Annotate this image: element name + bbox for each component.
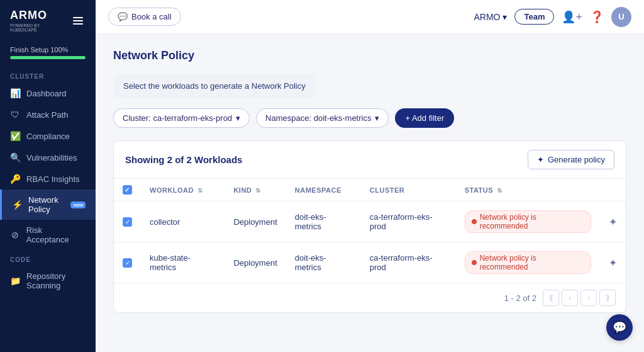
workloads-table: WORKLOAD ⇅ KIND ⇅ NAMESPACE CLUSTER: [114, 179, 626, 283]
sidebar-item-rbac-insights[interactable]: 🔑 RBAC Insights: [0, 168, 96, 190]
status-dot: [472, 260, 477, 265]
add-filter-button[interactable]: + Add filter: [395, 108, 454, 128]
sidebar-item-label: Dashboard: [26, 89, 67, 98]
row-action: ✦: [600, 202, 626, 242]
main-area: 💬 Book a call ARMO ▾ Team 👤+ ❓ U Network…: [96, 0, 644, 352]
content-area: Network Policy Select the workloads to g…: [96, 34, 644, 352]
chevron-down-icon: ▾: [236, 113, 240, 123]
table-row: kube-state-metrics Deployment doit-eks-m…: [114, 242, 626, 283]
setup-progress: [10, 56, 86, 59]
chat-button[interactable]: 💬: [606, 314, 633, 341]
row-workload: collector: [141, 202, 225, 242]
sidebar-item-label: Vulnerabilities: [26, 153, 77, 162]
th-kind: KIND ⇅: [225, 179, 286, 202]
page-nav: ⟪ ‹ › ⟫: [543, 290, 616, 306]
book-call-button[interactable]: 💬 Book a call: [108, 8, 181, 26]
sort-icon[interactable]: ⇅: [497, 187, 502, 194]
sort-icon[interactable]: ⇅: [255, 187, 261, 194]
repo-scanning-icon: 📁: [10, 276, 20, 286]
select-all-checkbox[interactable]: [123, 185, 132, 195]
cluster-section-label: CLUSTER: [0, 67, 96, 82]
last-page-button[interactable]: ⟫: [599, 290, 616, 306]
new-badge: new: [70, 202, 86, 208]
generate-policy-button[interactable]: ✦ Generate policy: [528, 150, 614, 169]
hamburger-menu[interactable]: [70, 14, 86, 27]
code-section-label: CODE: [0, 250, 96, 266]
sidebar-logo-area: ARMO POWERED BY KUBESCAPE: [0, 0, 96, 41]
add-user-icon[interactable]: 👤+: [562, 10, 582, 24]
avatar[interactable]: U: [611, 7, 631, 27]
pagination-row: 1 - 2 of 2 ⟪ ‹ › ⟫: [114, 283, 626, 312]
row-cluster: ca-terraform-eks-prod: [361, 202, 456, 242]
progress-fill: [10, 56, 86, 59]
row-action-icon[interactable]: ✦: [609, 258, 617, 268]
chevron-down-icon: ▾: [502, 12, 507, 22]
sidebar-item-attack-path[interactable]: 🛡 Attack Path: [0, 104, 96, 125]
rbac-icon: 🔑: [10, 174, 20, 184]
row-action: ✦: [600, 242, 626, 283]
table-count: Showing 2 of 2 Workloads: [125, 154, 242, 165]
network-icon: ✦: [537, 155, 544, 164]
row-kind: Deployment: [225, 242, 286, 283]
chevron-down-icon: ▾: [375, 113, 379, 123]
attack-path-icon: 🛡: [10, 110, 20, 120]
chat-icon: 💬: [118, 12, 128, 21]
row-checkbox[interactable]: [123, 258, 132, 268]
th-cluster: CLUSTER: [361, 179, 456, 202]
hint-box: Select the workloads to generate a Netwo…: [113, 74, 316, 98]
next-page-button[interactable]: ›: [580, 290, 597, 306]
workloads-table-container: Showing 2 of 2 Workloads ✦ Generate poli…: [113, 140, 626, 313]
sidebar-item-vulnerabilities[interactable]: 🔍 Vulnerabilities: [0, 147, 96, 168]
filters-row: Cluster: ca-terraform-eks-prod ▾ Namespa…: [113, 108, 626, 128]
sidebar: ARMO POWERED BY KUBESCAPE Finish Setup 1…: [0, 0, 96, 352]
first-page-button[interactable]: ⟪: [543, 290, 559, 306]
sidebar-item-risk-acceptance[interactable]: ⊘ Risk Acceptance: [0, 220, 96, 250]
page-title: Network Policy: [113, 49, 626, 62]
row-status: Network policy is recommended: [456, 242, 600, 283]
sidebar-item-repository-scanning[interactable]: 📁 Repository Scanning: [0, 266, 96, 296]
sidebar-item-compliance[interactable]: ✅ Compliance: [0, 125, 96, 147]
table-row: collector Deployment doit-eks-metrics ca…: [114, 202, 626, 242]
table-header-cols: WORKLOAD ⇅ KIND ⇅ NAMESPACE CLUSTER: [114, 179, 626, 202]
sidebar-item-label: Attack Path: [26, 110, 68, 120]
th-namespace: NAMESPACE: [286, 179, 361, 202]
sidebar-item-label: Compliance: [26, 132, 70, 141]
sidebar-item-label: Network Policy: [28, 195, 63, 214]
th-status: STATUS ⇅: [456, 179, 600, 202]
sidebar-item-label: Repository Scanning: [26, 271, 86, 290]
prev-page-button[interactable]: ‹: [562, 290, 578, 306]
namespace-filter-button[interactable]: Namespace: doit-eks-metrics ▾: [256, 108, 389, 128]
row-checkbox-cell: [114, 202, 141, 242]
header: 💬 Book a call ARMO ▾ Team 👤+ ❓ U: [96, 0, 644, 34]
row-cluster: ca-terraform-eks-prod: [361, 242, 456, 283]
progress-track: [10, 56, 86, 59]
team-button[interactable]: Team: [514, 9, 554, 25]
status-badge: Network policy is recommended: [465, 251, 591, 274]
network-policy-icon: ⚡: [12, 200, 22, 210]
vulnerabilities-icon: 🔍: [10, 152, 20, 162]
row-action-icon[interactable]: ✦: [609, 217, 617, 227]
sort-icon[interactable]: ⇅: [197, 187, 203, 194]
cluster-filter-button[interactable]: Cluster: ca-terraform-eks-prod ▾: [113, 108, 250, 128]
row-workload: kube-state-metrics: [141, 242, 225, 283]
sidebar-item-dashboard[interactable]: 📊 Dashboard: [0, 82, 96, 104]
setup-bar: Finish Setup 100%: [0, 41, 96, 67]
dashboard-icon: 📊: [10, 88, 20, 98]
th-action: [600, 179, 626, 202]
risk-acceptance-icon: ⊘: [10, 230, 20, 240]
header-right: ARMO ▾ Team 👤+ ❓ U: [474, 7, 631, 27]
status-dot: [472, 219, 477, 224]
row-namespace: doit-eks-metrics: [286, 202, 361, 242]
th-checkbox: [114, 179, 141, 202]
sidebar-item-label: Risk Acceptance: [26, 225, 86, 244]
org-selector[interactable]: ARMO ▾: [474, 12, 507, 22]
th-workload: WORKLOAD ⇅: [141, 179, 225, 202]
compliance-icon: ✅: [10, 131, 20, 141]
row-checkbox-cell: [114, 242, 141, 283]
sidebar-item-network-policy[interactable]: ⚡ Network Policy new: [0, 190, 96, 220]
table-header-row: Showing 2 of 2 Workloads ✦ Generate poli…: [114, 141, 626, 179]
row-checkbox[interactable]: [123, 217, 132, 227]
status-badge: Network policy is recommended: [465, 210, 591, 233]
help-icon[interactable]: ❓: [590, 10, 604, 24]
table-body: collector Deployment doit-eks-metrics ca…: [114, 202, 626, 283]
